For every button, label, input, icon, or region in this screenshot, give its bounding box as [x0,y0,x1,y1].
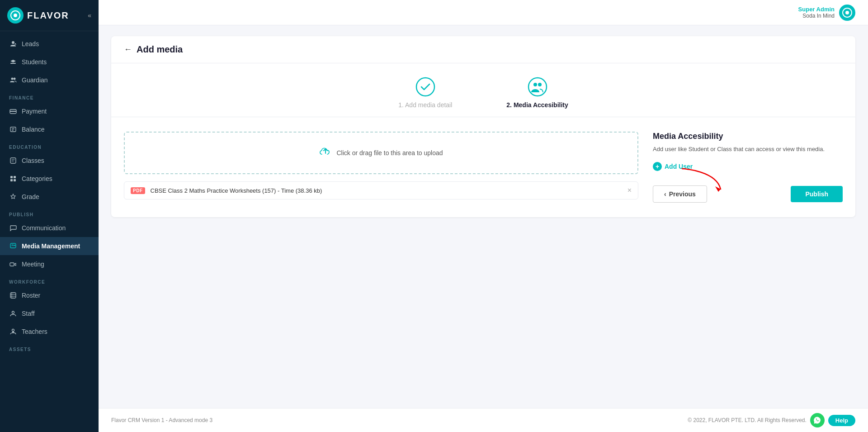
sidebar-item-payment[interactable]: Payment [0,102,99,120]
back-button[interactable]: ← [124,45,132,54]
sidebar-collapse-button[interactable]: « [88,12,91,19]
svg-point-27 [538,83,542,86]
publish-section-label: PUBLISH [0,206,99,219]
accessibility-description: Add user like Student or Class that can … [653,145,843,154]
sidebar-item-media-management[interactable]: Media Management [0,237,99,255]
sidebar-item-balance[interactable]: Balance [0,120,99,138]
sidebar-item-students[interactable]: Students [0,53,99,71]
sidebar: FLAVOR « Leads Students Guardian FINANCE [0,0,99,432]
step-2-label: 2. Media Accesibility [506,101,568,109]
action-bar: ‹ Previous Publish [653,185,843,203]
payment-icon [9,107,17,115]
page-header: ← Add media [111,36,855,63]
teachers-icon [9,328,17,336]
leads-icon [9,40,17,48]
top-header: Super Admin Soda In Mind [99,0,868,25]
add-user-button[interactable]: + Add User [653,162,693,171]
sidebar-item-communication[interactable]: Communication [0,219,99,237]
logo-text: FLAVOR [27,10,69,21]
user-details: Super Admin Soda In Mind [798,6,835,19]
guardian-icon [9,76,17,84]
svg-point-1 [14,14,17,17]
previous-button[interactable]: ‹ Previous [653,185,707,203]
meeting-icon [9,260,17,268]
sidebar-item-leads[interactable]: Leads [0,35,99,53]
categories-label: Categories [22,175,52,182]
step-1-icon [415,76,436,98]
svg-point-23 [845,11,849,14]
grade-icon [9,193,17,201]
step-body: Click or drag file to this area to uploa… [111,117,855,217]
svg-point-20 [12,329,14,332]
upload-dropzone[interactable]: Click or drag file to this area to uploa… [124,132,638,174]
publish-button[interactable]: Publish [791,186,843,202]
guardian-label: Guardian [22,76,48,84]
sidebar-item-meeting[interactable]: Meeting [0,255,99,273]
file-item: PDF CBSE Class 2 Maths Practice Workshee… [124,181,638,199]
classes-label: Classes [22,157,44,164]
previous-chevron-icon: ‹ [664,190,666,198]
svg-rect-18 [10,293,16,298]
steps-bar: 1. Add media detail 2. M [111,63,855,117]
sidebar-item-categories[interactable]: Categories [0,170,99,188]
students-label: Students [22,58,47,66]
page-card: ← Add media 1. Add media detail [111,36,855,217]
step-1-label: 1. Add media detail [398,101,452,109]
sidebar-item-classes[interactable]: Classes [0,152,99,170]
svg-rect-13 [10,179,13,181]
footer-copyright: © 2022, FLAVOR PTE. LTD. All Rights Rese… [688,417,807,423]
sidebar-item-roster[interactable]: Roster [0,286,99,304]
svg-rect-9 [12,130,14,131]
svg-point-24 [416,78,434,96]
svg-rect-2 [10,63,16,64]
main-area: Super Admin Soda In Mind ← Add media [99,0,868,432]
balance-label: Balance [22,126,45,133]
upload-dropzone-text: Click or drag file to this area to uploa… [336,149,443,157]
svg-point-3 [11,78,14,80]
students-icon [9,58,17,66]
svg-rect-10 [10,158,16,163]
whatsapp-button[interactable] [810,413,825,427]
svg-point-25 [528,78,547,96]
roster-icon [9,291,17,299]
svg-point-4 [14,78,16,80]
svg-rect-11 [10,176,13,178]
help-label: Help [835,417,848,424]
accessibility-title: Media Accesibility [653,132,843,141]
svg-rect-7 [10,127,16,132]
staff-icon [9,309,17,318]
publish-label: Publish [805,190,828,198]
logo-icon [7,7,24,24]
step-2: 2. Media Accesibility [506,76,568,109]
step-2-icon [527,76,548,98]
help-button[interactable]: Help [828,415,855,426]
payment-label: Payment [22,108,47,115]
media-management-label: Media Management [22,242,80,250]
communication-icon [9,224,17,232]
content-area: ← Add media 1. Add media detail [99,25,868,408]
categories-icon [9,175,17,183]
svg-point-26 [533,83,537,86]
svg-rect-14 [14,179,16,181]
svg-point-16 [12,245,13,246]
sidebar-item-teachers[interactable]: Teachers [0,323,99,341]
footer-help: © 2022, FLAVOR PTE. LTD. All Rights Rese… [688,413,855,427]
education-section-label: EDUCATION [0,138,99,152]
roster-label: Roster [22,292,40,299]
grade-label: Grade [22,193,39,200]
footer: Flavor CRM Version 1 - Advanced mode 3 ©… [99,408,868,432]
assets-section-label: ASSETS [0,341,99,354]
add-user-container: + Add User [653,162,693,171]
sidebar-item-grade[interactable]: Grade [0,188,99,206]
file-remove-button[interactable]: × [627,186,632,195]
user-role: Super Admin [798,6,835,13]
user-org: Soda In Mind [798,13,835,19]
balance-icon [9,125,17,133]
classes-icon [9,157,17,165]
sidebar-item-staff[interactable]: Staff [0,304,99,323]
teachers-label: Teachers [22,328,47,335]
leads-label: Leads [22,40,39,47]
page-title: Add media [137,44,183,55]
sidebar-item-guardian[interactable]: Guardian [0,71,99,89]
svg-rect-8 [12,128,14,129]
